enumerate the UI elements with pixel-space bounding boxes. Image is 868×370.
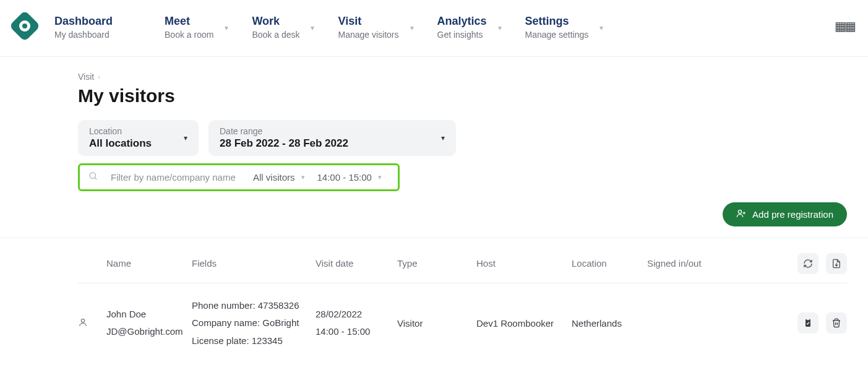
nav-subtitle: My dashboard xyxy=(54,28,113,41)
col-header-type: Type xyxy=(397,258,476,269)
visitor-table: Name Fields Visit date Type Host Locatio… xyxy=(78,238,847,364)
chevron-down-icon: ▾ xyxy=(410,15,414,32)
svg-rect-7 xyxy=(806,319,810,327)
chevron-right-icon: › xyxy=(98,73,100,80)
table-row: John Doe JD@Gobright.com Phone number: 4… xyxy=(78,283,847,364)
chevron-down-icon: ▾ xyxy=(599,15,603,32)
nav-items: Dashboard My dashboard Meet Book a room … xyxy=(43,11,835,45)
nav-subtitle: Manage visitors xyxy=(338,28,398,41)
chevron-down-icon: ▾ xyxy=(378,173,382,181)
nav-subtitle: Get insights xyxy=(437,28,487,41)
visit-time: 14:00 - 15:00 xyxy=(316,323,397,341)
time-range-dropdown[interactable]: 14:00 - 15:00 ▾ xyxy=(317,172,382,183)
search-filter-bar: All visitors ▾ 14:00 - 15:00 ▾ xyxy=(78,163,400,191)
top-nav: Dashboard My dashboard Meet Book a room … xyxy=(0,0,868,57)
field-phone: Phone number: 47358326 xyxy=(192,297,316,315)
filter-label: Location xyxy=(89,126,152,136)
search-input[interactable] xyxy=(111,172,241,183)
svg-point-2 xyxy=(738,210,741,213)
visitor-type-dropdown[interactable]: All visitors ▾ xyxy=(253,172,305,183)
refresh-button[interactable] xyxy=(797,253,819,274)
nav-title: Analytics xyxy=(437,15,487,28)
col-header-location: Location xyxy=(572,258,647,269)
field-company: Company name: GoBright xyxy=(192,314,316,332)
nav-title: Visit xyxy=(338,15,398,28)
brand-logo-icon xyxy=(9,11,41,42)
visitor-email: JD@Gobright.com xyxy=(106,323,192,341)
nav-title: Settings xyxy=(525,15,589,28)
delete-button[interactable] xyxy=(826,312,847,333)
dropdown-value: All visitors xyxy=(253,172,295,183)
col-header-signed: Signed in/out xyxy=(647,258,754,269)
location-filter[interactable]: Location All locations ▾ xyxy=(78,120,199,156)
nav-subtitle: Book a room xyxy=(165,28,213,41)
cell-name: John Doe JD@Gobright.com xyxy=(106,306,192,341)
chevron-down-icon: ▾ xyxy=(225,15,228,32)
nav-title: Dashboard xyxy=(54,15,113,28)
breadcrumb[interactable]: Visit › xyxy=(78,72,847,82)
cell-fields: Phone number: 47358326 Company name: GoB… xyxy=(192,297,316,350)
filter-label: Date range xyxy=(220,126,348,136)
col-header-fields: Fields xyxy=(192,258,316,269)
cell-visit-date: 28/02/2022 14:00 - 15:00 xyxy=(316,306,397,341)
visit-date: 28/02/2022 xyxy=(316,306,397,324)
pagination-bar: « ‹ 1 › » Results per page 10 ▾ xyxy=(0,363,868,370)
clipboard-check-button[interactable] xyxy=(797,312,819,333)
export-button[interactable] xyxy=(826,253,847,274)
filter-value: All locations xyxy=(89,137,152,150)
nav-item-visit[interactable]: Visit Manage visitors ▾ xyxy=(338,11,437,45)
nav-item-work[interactable]: Work Book a desk ▾ xyxy=(252,11,338,45)
nav-item-dashboard[interactable]: Dashboard My dashboard xyxy=(54,11,113,45)
cell-location: Netherlands xyxy=(572,318,647,329)
add-user-icon xyxy=(736,209,746,220)
nav-subtitle: Manage settings xyxy=(525,28,589,41)
add-pre-registration-button[interactable]: Add pre registration xyxy=(723,202,847,226)
logo-wrap xyxy=(6,11,43,37)
action-row: Add pre registration xyxy=(78,202,847,226)
button-label: Add pre registration xyxy=(752,209,833,220)
col-header-name: Name xyxy=(106,258,192,269)
nav-subtitle: Book a desk xyxy=(252,28,299,41)
chevron-down-icon: ▾ xyxy=(184,134,187,142)
nav-title: Meet xyxy=(165,15,213,28)
date-range-filter[interactable]: Date range 28 Feb 2022 - 28 Feb 2022 ▾ xyxy=(208,120,456,156)
cell-host: Dev1 Roombooker xyxy=(476,318,572,329)
svg-point-0 xyxy=(90,173,95,178)
nav-item-settings[interactable]: Settings Manage settings ▾ xyxy=(525,11,641,45)
person-icon xyxy=(78,317,88,329)
col-header-visit-date: Visit date xyxy=(316,258,397,269)
page-title: My visitors xyxy=(78,85,847,106)
nav-item-meet[interactable]: Meet Book a room ▾ xyxy=(165,11,252,45)
filter-value: 28 Feb 2022 - 28 Feb 2022 xyxy=(220,137,348,150)
breadcrumb-item[interactable]: Visit xyxy=(78,72,94,82)
dropdown-value: 14:00 - 15:00 xyxy=(317,172,372,183)
cell-type: Visitor xyxy=(397,318,476,329)
chevron-down-icon: ▾ xyxy=(301,173,305,181)
col-header-host: Host xyxy=(476,258,572,269)
qr-code-icon[interactable]: ▦▦ xyxy=(835,11,868,33)
table-header-row: Name Fields Visit date Type Host Locatio… xyxy=(78,238,847,283)
visitor-name: John Doe xyxy=(106,306,192,324)
search-icon xyxy=(88,171,98,183)
svg-rect-8 xyxy=(807,319,809,321)
field-license: License plate: 123345 xyxy=(192,332,316,350)
filters-row: Location All locations ▾ Date range 28 F… xyxy=(78,120,847,156)
nav-item-analytics[interactable]: Analytics Get insights ▾ xyxy=(437,11,525,45)
chevron-down-icon: ▾ xyxy=(311,15,314,32)
nav-title: Work xyxy=(252,15,299,28)
chevron-down-icon: ▾ xyxy=(441,134,445,142)
svg-line-1 xyxy=(95,178,97,179)
svg-point-6 xyxy=(81,319,84,322)
chevron-down-icon: ▾ xyxy=(498,15,502,32)
